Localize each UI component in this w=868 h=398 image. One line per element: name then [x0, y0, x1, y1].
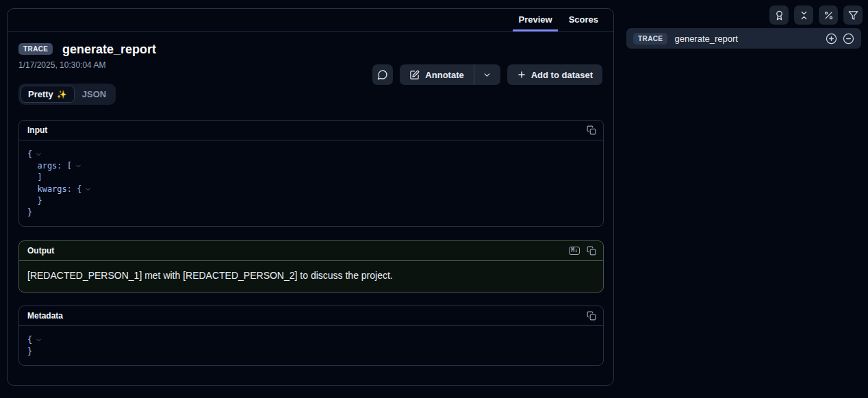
annotations-toggle-button[interactable]	[769, 5, 789, 25]
add-to-dataset-button[interactable]: Add to dataset	[507, 64, 602, 85]
tab-preview-label: Preview	[518, 14, 552, 25]
copy-input-button[interactable]	[587, 125, 596, 135]
annotate-label: Annotate	[425, 70, 463, 80]
json-line: {	[27, 334, 595, 346]
collapse-vertical-icon	[799, 10, 809, 21]
pretty-label: Pretty	[28, 89, 53, 99]
markdown-icon: M↓	[569, 247, 580, 255]
trace-header: TRACE generate_report 1/17/2025, 10:30:0…	[8, 32, 613, 70]
copy-icon	[587, 246, 596, 256]
message-circle-icon	[377, 69, 388, 80]
trace-type-badge: TRACE	[633, 33, 667, 45]
trace-detail-card: Preview Scores TRACE generate_report 1/1…	[7, 8, 614, 386]
copy-icon	[587, 311, 596, 321]
json-line: kwargs: {	[27, 184, 595, 195]
trace-title: generate_report	[62, 42, 156, 56]
tab-bar: Preview Scores	[8, 9, 613, 32]
trace-tree-row[interactable]: TRACE generate_report	[626, 28, 861, 49]
chevron-down-icon	[483, 71, 492, 79]
tab-preview[interactable]: Preview	[513, 9, 557, 32]
output-content: [REDACTED_PERSON_1] met with [REDACTED_P…	[19, 261, 603, 290]
metadata-json-view: {}	[19, 326, 603, 366]
input-section-title: Input	[27, 125, 47, 135]
json-token: }	[27, 207, 32, 219]
copy-icon	[587, 125, 596, 135]
json-line: {	[27, 149, 595, 160]
json-token: }	[27, 195, 42, 207]
expand-all-button[interactable]	[826, 33, 837, 45]
chevron-down-icon[interactable]	[84, 186, 92, 193]
comment-button[interactable]	[372, 64, 393, 85]
input-json-view: { args: [ ] kwargs: { }}	[19, 140, 603, 227]
markdown-toggle-button[interactable]: M↓	[569, 247, 580, 255]
plus-icon	[517, 70, 526, 79]
plus-circle-icon	[826, 33, 837, 45]
input-section: Input { args: [ ] kwargs: { }}	[18, 120, 604, 227]
tab-scores-label: Scores	[569, 14, 598, 25]
json-token: ]	[27, 172, 42, 184]
json-token: args: [	[27, 160, 72, 172]
tab-scores[interactable]: Scores	[563, 9, 604, 32]
output-section-title: Output	[27, 246, 54, 256]
collapse-tree-button[interactable]	[794, 5, 813, 25]
view-pretty-toggle[interactable]: Pretty ✨	[21, 86, 75, 103]
trace-type-badge: TRACE	[18, 43, 53, 55]
metadata-section-title: Metadata	[27, 311, 63, 321]
json-token: {	[27, 334, 32, 346]
json-line: }	[27, 195, 595, 207]
json-token: }	[27, 346, 32, 358]
json-token: kwargs: {	[27, 184, 81, 195]
copy-metadata-button[interactable]	[587, 311, 596, 321]
chevron-down-icon[interactable]	[35, 151, 42, 158]
metadata-section-header: Metadata	[19, 306, 603, 326]
minus-circle-icon	[843, 33, 854, 45]
json-line: ]	[27, 172, 595, 184]
add-to-dataset-label: Add to dataset	[531, 70, 593, 80]
sparkles-icon: ✨	[57, 90, 67, 99]
json-label: JSON	[82, 89, 106, 99]
metrics-toggle-button[interactable]	[819, 5, 838, 25]
tree-toolbar	[769, 5, 863, 25]
annotate-split-button: Annotate	[400, 64, 500, 85]
percent-icon	[824, 10, 834, 21]
copy-output-button[interactable]	[587, 246, 596, 256]
json-line: }	[27, 346, 595, 358]
annotate-dropdown-button[interactable]	[474, 64, 500, 85]
chevron-down-icon[interactable]	[75, 162, 82, 170]
output-section: Output M↓ [REDACTED_PERSON_1] met with […	[18, 240, 604, 293]
chevron-down-icon[interactable]	[35, 336, 42, 344]
json-line: args: [	[27, 160, 595, 172]
annotate-button[interactable]: Annotate	[400, 64, 473, 85]
square-pen-icon	[409, 70, 420, 80]
json-token: {	[27, 149, 32, 160]
input-section-header: Input	[19, 121, 603, 140]
metadata-section: Metadata {}	[18, 306, 604, 366]
collapse-all-button[interactable]	[843, 33, 854, 45]
filter-button[interactable]	[843, 5, 863, 25]
output-section-header: Output M↓	[19, 241, 603, 261]
tree-trace-title: generate_report	[674, 34, 826, 44]
view-json-toggle[interactable]: JSON	[75, 86, 114, 103]
filter-icon	[848, 10, 858, 21]
view-mode-toggle: Pretty ✨ JSON	[18, 84, 116, 105]
award-icon	[774, 10, 784, 21]
json-line: }	[27, 207, 595, 219]
trace-actions: Annotate Add to dataset	[372, 64, 602, 85]
